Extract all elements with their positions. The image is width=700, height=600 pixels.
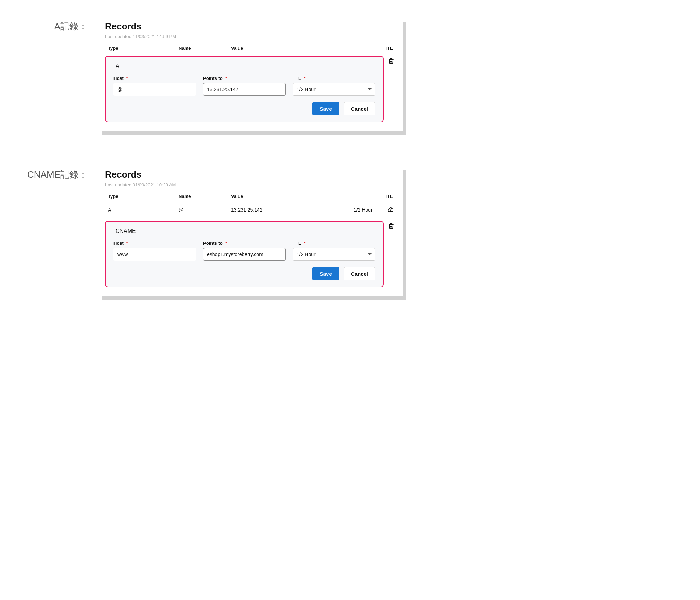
- record-type-label: A: [116, 63, 375, 69]
- points-to-field: Points to *: [203, 241, 286, 261]
- row-name: @: [179, 207, 231, 213]
- cname-record-side-label: CNAME記錄：: [21, 166, 88, 181]
- panel-title: Records: [105, 169, 396, 180]
- points-to-input[interactable]: [203, 83, 286, 96]
- required-asterisk: *: [304, 76, 305, 81]
- header-value: Value: [231, 46, 354, 51]
- table-headers: Type Name Value TTL: [105, 43, 396, 53]
- required-asterisk: *: [126, 76, 128, 81]
- ttl-field: TTL * 1/2 Hour: [293, 241, 375, 261]
- points-to-input[interactable]: [203, 248, 286, 261]
- edit-button[interactable]: [385, 206, 396, 214]
- required-asterisk: *: [225, 76, 227, 81]
- edit-row-wrapper: A Host * Points to *: [105, 56, 396, 122]
- save-button[interactable]: Save: [312, 267, 339, 280]
- panel-title: Records: [105, 21, 396, 32]
- cname-record-edit-card: CNAME Host * Points to *: [105, 221, 384, 287]
- delete-button[interactable]: [387, 56, 396, 65]
- ttl-select[interactable]: 1/2 Hour: [293, 248, 375, 261]
- row-ttl: 1/2 Hour: [354, 207, 385, 213]
- header-ttl: TTL: [354, 46, 396, 51]
- header-type: Type: [105, 46, 179, 51]
- last-updated-text: Last updated 01/09/2021 10:29 AM: [105, 182, 396, 187]
- last-updated-text: Last updated 11/03/2021 14:59 PM: [105, 34, 396, 39]
- points-to-label-text: Points to: [203, 76, 223, 81]
- button-row: Save Cancel: [113, 102, 375, 115]
- row-type: A: [105, 207, 179, 213]
- a-record-edit-card: A Host * Points to *: [105, 56, 384, 122]
- header-ttl: TTL: [354, 194, 396, 199]
- ttl-label: TTL *: [293, 241, 375, 246]
- cancel-button[interactable]: Cancel: [344, 267, 375, 280]
- ttl-label-text: TTL: [293, 76, 301, 81]
- edit-row-wrapper: CNAME Host * Points to *: [105, 221, 396, 287]
- host-label-text: Host: [113, 76, 124, 81]
- header-name: Name: [179, 194, 231, 199]
- cname-record-panel: Records Last updated 01/09/2021 10:29 AM…: [98, 166, 403, 296]
- a-record-section: A記錄： Records Last updated 11/03/2021 14:…: [21, 18, 679, 131]
- host-input[interactable]: [113, 83, 196, 96]
- ttl-label: TTL *: [293, 76, 375, 81]
- trash-icon: [388, 222, 395, 230]
- required-asterisk: *: [225, 241, 227, 246]
- host-field: Host *: [113, 241, 196, 261]
- host-input[interactable]: [113, 248, 196, 261]
- host-label: Host *: [113, 76, 196, 81]
- a-record-panel: Records Last updated 11/03/2021 14:59 PM…: [98, 18, 403, 131]
- points-to-label-text: Points to: [203, 241, 223, 246]
- ttl-field: TTL * 1/2 Hour: [293, 76, 375, 96]
- required-asterisk: *: [126, 241, 128, 246]
- delete-button[interactable]: [387, 221, 396, 230]
- table-headers: Type Name Value TTL: [105, 192, 396, 201]
- cancel-button[interactable]: Cancel: [344, 102, 375, 115]
- row-value: 13.231.25.142: [231, 207, 354, 213]
- points-to-field: Points to *: [203, 76, 286, 96]
- table-row: A @ 13.231.25.142 1/2 Hour: [105, 201, 396, 218]
- host-field: Host *: [113, 76, 196, 96]
- trash-icon: [388, 57, 395, 65]
- field-row: Host * Points to * TTL: [113, 76, 375, 96]
- save-button[interactable]: Save: [312, 102, 339, 115]
- record-type-label: CNAME: [116, 228, 375, 234]
- header-name: Name: [179, 46, 231, 51]
- field-row: Host * Points to * TTL: [113, 241, 375, 261]
- edit-icon: [387, 206, 394, 214]
- host-label: Host *: [113, 241, 196, 246]
- ttl-label-text: TTL: [293, 241, 301, 246]
- cname-record-section: CNAME記錄： Records Last updated 01/09/2021…: [21, 166, 679, 296]
- ttl-select[interactable]: 1/2 Hour: [293, 83, 375, 96]
- points-to-label: Points to *: [203, 76, 286, 81]
- header-value: Value: [231, 194, 354, 199]
- host-label-text: Host: [113, 241, 124, 246]
- points-to-label: Points to *: [203, 241, 286, 246]
- button-row: Save Cancel: [113, 267, 375, 280]
- header-type: Type: [105, 194, 179, 199]
- required-asterisk: *: [304, 241, 305, 246]
- a-record-side-label: A記錄：: [21, 18, 88, 33]
